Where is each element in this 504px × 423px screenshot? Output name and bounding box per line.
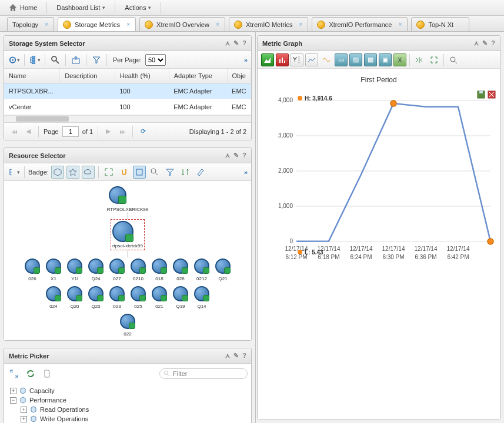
col-obj[interactable]: Obje [227,69,251,83]
pan-icon[interactable] [118,166,131,179]
filter-icon[interactable] [163,166,176,179]
badge-star-icon[interactable] [66,166,79,179]
filter-icon[interactable] [90,53,103,66]
bar-chart-icon[interactable] [276,53,289,66]
tree-node-performance[interactable]: − Performance [10,395,245,405]
wave-icon[interactable] [320,53,333,66]
overflow-icon[interactable]: » [244,56,248,63]
col-health[interactable]: Health (%) [115,69,169,83]
child-node[interactable]: 024 [45,285,62,309]
save-icon[interactable] [476,90,486,99]
expand-icon[interactable]: + [10,388,16,394]
y-axis-icon[interactable]: Y┊ [291,53,303,66]
export-icon[interactable] [69,53,82,66]
help-icon[interactable]: ? [242,39,246,47]
child-node[interactable]: Q19 [172,285,189,309]
col-name[interactable]: Name [4,69,60,83]
help-icon[interactable]: ? [491,39,495,47]
refresh-icon[interactable]: ⟳ [138,126,148,137]
help-icon[interactable]: ? [242,152,246,159]
tab-xtremio-overview[interactable]: XtremIO Overview × [139,17,225,31]
child-node[interactable]: 022 [119,313,136,337]
prev-page-icon[interactable]: ◀ [23,126,34,137]
badge-hexagon-icon[interactable] [51,166,64,179]
col-adapter[interactable]: Adapter Type [169,69,227,83]
child-node[interactable]: Q21 [214,257,232,281]
tab-xtremio-performance[interactable]: XtremIO Performance × [312,17,408,31]
help-icon[interactable]: ? [242,352,246,360]
topology-view[interactable]: RTPSOLXBRICK99 rtpsol-xbrick99 026X1Y1lQ… [4,181,251,340]
close-icon[interactable]: × [297,21,304,28]
child-node[interactable]: 021 [151,285,168,309]
cycle-icon[interactable] [24,367,37,380]
gear-icon[interactable]: ▾ [8,53,21,66]
tree-node-write-ops[interactable]: + Write Operations [10,414,245,423]
fit-icon[interactable] [102,166,115,179]
tab-xtremio-metrics[interactable]: XtremIO Metrics × [229,17,308,31]
child-node[interactable]: 025 [129,285,147,309]
child-node[interactable]: Y1l [66,257,84,281]
fit-icon[interactable] [428,53,440,66]
per-page-select[interactable]: 50 [145,54,166,66]
delete-icon[interactable] [487,90,496,99]
collapse-icon[interactable]: ⋏ [474,39,479,47]
child-node[interactable]: Q23 [87,285,105,309]
edit-icon[interactable]: ✎ [482,39,488,47]
tree-view-icon[interactable]: ▾ [8,166,21,179]
last-page-icon[interactable]: ⏭ [117,126,128,137]
search-icon[interactable] [49,53,62,66]
tree-node-read-ops[interactable]: + Read Operations [10,405,245,414]
close-icon[interactable]: × [125,21,132,28]
tab-storage-metrics[interactable]: Storage Metrics × [58,17,136,31]
filter-input[interactable] [173,370,232,377]
tab-top-n[interactable]: Top-N Xt [411,17,469,31]
child-node[interactable]: 026 [24,257,41,281]
child-node[interactable]: 027 [108,257,126,281]
child-node[interactable]: 028 [172,257,189,281]
collapse-icon[interactable]: − [10,397,16,404]
horizontal-scrollbar[interactable] [4,115,251,122]
tab-topology[interactable]: Topology × [7,17,54,31]
close-icon[interactable]: × [396,21,403,28]
area-chart-icon[interactable] [261,53,274,66]
highlighter-icon[interactable] [194,166,207,179]
child-node[interactable]: Q20 [66,285,84,309]
first-page-icon[interactable]: ⏮ [9,126,19,137]
expand-icon[interactable]: + [21,416,27,422]
col-description[interactable]: Description [60,69,115,83]
split-icon[interactable] [413,53,426,66]
child-node[interactable]: 018 [151,257,168,281]
tool-icon[interactable]: ▨ [349,53,362,66]
tool-icon[interactable]: ▭ [335,53,348,66]
chart-area[interactable]: First Period 01,0002,0003,0004,00012/17/… [258,69,500,419]
dashboard-list-menu[interactable]: Dashboard List ▾ [52,2,110,14]
tree-node-capacity[interactable]: + Capacity [10,386,245,395]
edit-icon[interactable]: ✎ [233,152,239,159]
sort-icon[interactable] [179,166,192,179]
child-node[interactable]: 023 [108,285,126,309]
child-node[interactable]: 0212 [193,257,211,281]
document-icon[interactable] [41,367,54,380]
zoom-icon[interactable] [447,53,460,66]
zoom-icon[interactable] [148,166,161,179]
tool-icon[interactable]: ▣ [379,53,392,66]
collapse-icon[interactable]: ⋏ [225,352,230,360]
next-page-icon[interactable]: ▶ [103,126,114,137]
table-row[interactable]: RTPSOLXBR... 100 EMC Adapter EMC [4,83,251,99]
edit-icon[interactable]: ✎ [233,352,239,360]
excel-icon[interactable]: X [393,53,406,66]
actions-menu[interactable]: Actions ▾ [120,2,156,14]
edit-icon[interactable]: ✎ [233,39,239,47]
badge-cloud-icon[interactable] [82,166,95,179]
tree-view-icon[interactable]: ▾ [28,53,41,66]
table-row[interactable]: vCenter 100 EMC Adapter EMC [4,99,251,115]
collapse-icon[interactable]: ⋏ [225,39,230,47]
root-node[interactable] [107,184,128,206]
child-node[interactable]: X1 [45,257,62,281]
child-node[interactable]: Q14 [193,285,211,309]
tool-icon[interactable]: ▩ [364,53,377,66]
close-icon[interactable]: × [43,21,50,28]
close-icon[interactable]: × [214,21,221,28]
expand-icon[interactable]: + [21,407,27,413]
filter-input-wrap[interactable] [159,368,248,379]
